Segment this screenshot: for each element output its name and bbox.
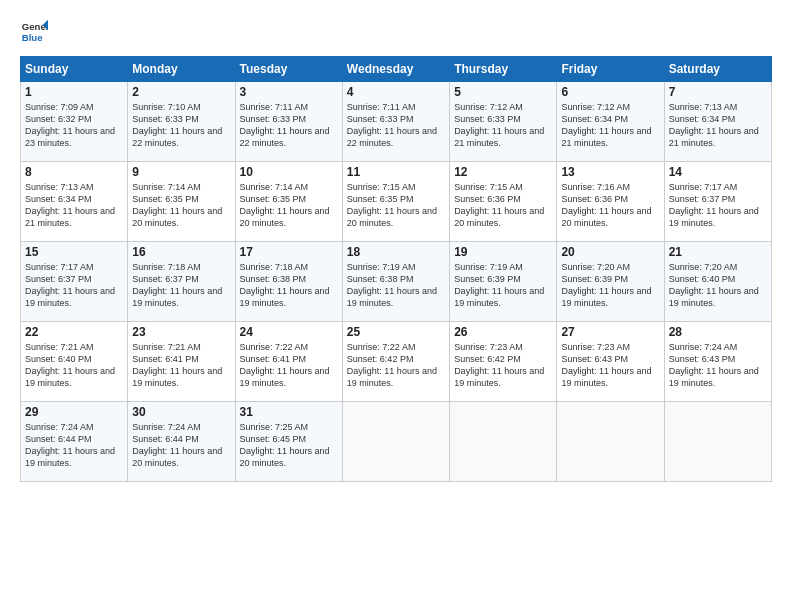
cell-info: Sunrise: 7:23 AMSunset: 6:43 PMDaylight:… (561, 342, 651, 388)
calendar-cell: 17Sunrise: 7:18 AMSunset: 6:38 PMDayligh… (235, 242, 342, 322)
calendar-cell: 31Sunrise: 7:25 AMSunset: 6:45 PMDayligh… (235, 402, 342, 482)
day-number: 3 (240, 85, 338, 99)
calendar-cell: 15Sunrise: 7:17 AMSunset: 6:37 PMDayligh… (21, 242, 128, 322)
calendar-cell (557, 402, 664, 482)
calendar-cell: 13Sunrise: 7:16 AMSunset: 6:36 PMDayligh… (557, 162, 664, 242)
cell-info: Sunrise: 7:11 AMSunset: 6:33 PMDaylight:… (240, 102, 330, 148)
day-number: 27 (561, 325, 659, 339)
cell-info: Sunrise: 7:24 AMSunset: 6:44 PMDaylight:… (25, 422, 115, 468)
svg-text:General: General (22, 21, 48, 32)
calendar-cell (342, 402, 449, 482)
day-header-wednesday: Wednesday (342, 57, 449, 82)
cell-info: Sunrise: 7:25 AMSunset: 6:45 PMDaylight:… (240, 422, 330, 468)
calendar-cell: 24Sunrise: 7:22 AMSunset: 6:41 PMDayligh… (235, 322, 342, 402)
header: General Blue (20, 18, 772, 46)
calendar-cell: 28Sunrise: 7:24 AMSunset: 6:43 PMDayligh… (664, 322, 771, 402)
cell-info: Sunrise: 7:16 AMSunset: 6:36 PMDaylight:… (561, 182, 651, 228)
calendar-cell: 14Sunrise: 7:17 AMSunset: 6:37 PMDayligh… (664, 162, 771, 242)
calendar-cell: 4Sunrise: 7:11 AMSunset: 6:33 PMDaylight… (342, 82, 449, 162)
cell-info: Sunrise: 7:19 AMSunset: 6:38 PMDaylight:… (347, 262, 437, 308)
calendar-header-row: SundayMondayTuesdayWednesdayThursdayFrid… (21, 57, 772, 82)
cell-info: Sunrise: 7:11 AMSunset: 6:33 PMDaylight:… (347, 102, 437, 148)
cell-info: Sunrise: 7:24 AMSunset: 6:44 PMDaylight:… (132, 422, 222, 468)
calendar-cell: 7Sunrise: 7:13 AMSunset: 6:34 PMDaylight… (664, 82, 771, 162)
cell-info: Sunrise: 7:14 AMSunset: 6:35 PMDaylight:… (132, 182, 222, 228)
day-number: 18 (347, 245, 445, 259)
day-number: 22 (25, 325, 123, 339)
calendar-cell: 5Sunrise: 7:12 AMSunset: 6:33 PMDaylight… (450, 82, 557, 162)
day-number: 21 (669, 245, 767, 259)
calendar-body: 1Sunrise: 7:09 AMSunset: 6:32 PMDaylight… (21, 82, 772, 482)
day-number: 1 (25, 85, 123, 99)
calendar-cell (450, 402, 557, 482)
calendar-cell: 3Sunrise: 7:11 AMSunset: 6:33 PMDaylight… (235, 82, 342, 162)
cell-info: Sunrise: 7:19 AMSunset: 6:39 PMDaylight:… (454, 262, 544, 308)
cell-info: Sunrise: 7:22 AMSunset: 6:42 PMDaylight:… (347, 342, 437, 388)
calendar-cell: 22Sunrise: 7:21 AMSunset: 6:40 PMDayligh… (21, 322, 128, 402)
calendar-week-2: 8Sunrise: 7:13 AMSunset: 6:34 PMDaylight… (21, 162, 772, 242)
cell-info: Sunrise: 7:09 AMSunset: 6:32 PMDaylight:… (25, 102, 115, 148)
day-number: 23 (132, 325, 230, 339)
day-number: 24 (240, 325, 338, 339)
cell-info: Sunrise: 7:14 AMSunset: 6:35 PMDaylight:… (240, 182, 330, 228)
calendar-week-3: 15Sunrise: 7:17 AMSunset: 6:37 PMDayligh… (21, 242, 772, 322)
day-number: 11 (347, 165, 445, 179)
logo: General Blue (20, 18, 48, 46)
page: General Blue SundayMondayTuesdayWednesda… (0, 0, 792, 612)
cell-info: Sunrise: 7:24 AMSunset: 6:43 PMDaylight:… (669, 342, 759, 388)
calendar-cell: 21Sunrise: 7:20 AMSunset: 6:40 PMDayligh… (664, 242, 771, 322)
day-header-tuesday: Tuesday (235, 57, 342, 82)
day-number: 16 (132, 245, 230, 259)
calendar-cell: 20Sunrise: 7:20 AMSunset: 6:39 PMDayligh… (557, 242, 664, 322)
day-number: 14 (669, 165, 767, 179)
cell-info: Sunrise: 7:23 AMSunset: 6:42 PMDaylight:… (454, 342, 544, 388)
calendar-cell: 10Sunrise: 7:14 AMSunset: 6:35 PMDayligh… (235, 162, 342, 242)
calendar-week-1: 1Sunrise: 7:09 AMSunset: 6:32 PMDaylight… (21, 82, 772, 162)
cell-info: Sunrise: 7:12 AMSunset: 6:33 PMDaylight:… (454, 102, 544, 148)
calendar-week-4: 22Sunrise: 7:21 AMSunset: 6:40 PMDayligh… (21, 322, 772, 402)
cell-info: Sunrise: 7:12 AMSunset: 6:34 PMDaylight:… (561, 102, 651, 148)
day-header-saturday: Saturday (664, 57, 771, 82)
calendar-cell: 6Sunrise: 7:12 AMSunset: 6:34 PMDaylight… (557, 82, 664, 162)
cell-info: Sunrise: 7:17 AMSunset: 6:37 PMDaylight:… (669, 182, 759, 228)
calendar-cell: 25Sunrise: 7:22 AMSunset: 6:42 PMDayligh… (342, 322, 449, 402)
calendar-cell: 16Sunrise: 7:18 AMSunset: 6:37 PMDayligh… (128, 242, 235, 322)
day-number: 9 (132, 165, 230, 179)
cell-info: Sunrise: 7:17 AMSunset: 6:37 PMDaylight:… (25, 262, 115, 308)
cell-info: Sunrise: 7:18 AMSunset: 6:38 PMDaylight:… (240, 262, 330, 308)
cell-info: Sunrise: 7:13 AMSunset: 6:34 PMDaylight:… (669, 102, 759, 148)
cell-info: Sunrise: 7:13 AMSunset: 6:34 PMDaylight:… (25, 182, 115, 228)
day-number: 10 (240, 165, 338, 179)
day-number: 25 (347, 325, 445, 339)
calendar-cell: 23Sunrise: 7:21 AMSunset: 6:41 PMDayligh… (128, 322, 235, 402)
calendar-cell: 12Sunrise: 7:15 AMSunset: 6:36 PMDayligh… (450, 162, 557, 242)
day-number: 7 (669, 85, 767, 99)
day-number: 4 (347, 85, 445, 99)
calendar-cell: 9Sunrise: 7:14 AMSunset: 6:35 PMDaylight… (128, 162, 235, 242)
day-number: 15 (25, 245, 123, 259)
day-number: 28 (669, 325, 767, 339)
day-header-sunday: Sunday (21, 57, 128, 82)
day-number: 30 (132, 405, 230, 419)
day-number: 31 (240, 405, 338, 419)
cell-info: Sunrise: 7:15 AMSunset: 6:35 PMDaylight:… (347, 182, 437, 228)
calendar-cell: 1Sunrise: 7:09 AMSunset: 6:32 PMDaylight… (21, 82, 128, 162)
day-number: 13 (561, 165, 659, 179)
day-number: 17 (240, 245, 338, 259)
logo-icon: General Blue (20, 18, 48, 46)
calendar-cell: 29Sunrise: 7:24 AMSunset: 6:44 PMDayligh… (21, 402, 128, 482)
calendar-week-5: 29Sunrise: 7:24 AMSunset: 6:44 PMDayligh… (21, 402, 772, 482)
svg-text:Blue: Blue (22, 32, 43, 43)
calendar-cell: 19Sunrise: 7:19 AMSunset: 6:39 PMDayligh… (450, 242, 557, 322)
calendar-cell: 11Sunrise: 7:15 AMSunset: 6:35 PMDayligh… (342, 162, 449, 242)
day-number: 6 (561, 85, 659, 99)
day-header-monday: Monday (128, 57, 235, 82)
calendar-cell: 2Sunrise: 7:10 AMSunset: 6:33 PMDaylight… (128, 82, 235, 162)
calendar-cell: 27Sunrise: 7:23 AMSunset: 6:43 PMDayligh… (557, 322, 664, 402)
calendar-cell: 26Sunrise: 7:23 AMSunset: 6:42 PMDayligh… (450, 322, 557, 402)
cell-info: Sunrise: 7:21 AMSunset: 6:41 PMDaylight:… (132, 342, 222, 388)
day-number: 5 (454, 85, 552, 99)
day-header-thursday: Thursday (450, 57, 557, 82)
day-number: 26 (454, 325, 552, 339)
calendar-cell: 8Sunrise: 7:13 AMSunset: 6:34 PMDaylight… (21, 162, 128, 242)
